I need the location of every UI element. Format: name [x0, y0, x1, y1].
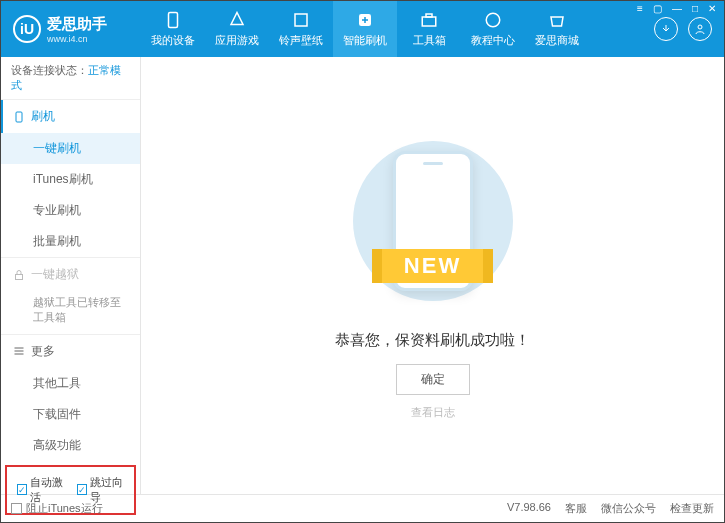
section-flash-header[interactable]: 刷机: [1, 100, 140, 133]
tab-label: 爱思商城: [535, 33, 579, 48]
section-jailbreak: 一键越狱 越狱工具已转移至工具箱: [1, 258, 140, 335]
tab-label: 应用游戏: [215, 33, 259, 48]
checkbox-icon: [11, 503, 22, 514]
tab-wallpaper[interactable]: 铃声壁纸: [269, 1, 333, 57]
logo-icon: iU: [13, 15, 41, 43]
tutorial-icon: [484, 11, 502, 29]
tab-tutorial[interactable]: 教程中心: [461, 1, 525, 57]
ok-button[interactable]: 确定: [396, 364, 470, 395]
toolbox-icon: [420, 11, 438, 29]
tab-label: 智能刷机: [343, 33, 387, 48]
tab-my-device[interactable]: 我的设备: [141, 1, 205, 57]
minimize-icon[interactable]: —: [668, 3, 686, 14]
svg-rect-7: [16, 112, 22, 122]
phone-icon: [164, 11, 182, 29]
tab-flash[interactable]: 智能刷机: [333, 1, 397, 57]
section-title: 更多: [31, 343, 55, 360]
update-link[interactable]: 检查更新: [670, 501, 714, 516]
tab-shop[interactable]: 爱思商城: [525, 1, 589, 57]
checkbox-icon: ✓: [17, 484, 27, 495]
sidebar-item-itunes[interactable]: iTunes刷机: [1, 164, 140, 195]
maximize-icon[interactable]: □: [688, 3, 702, 14]
sidebar-item-other[interactable]: 其他工具: [1, 368, 140, 399]
download-button[interactable]: [654, 17, 678, 41]
close-icon[interactable]: ✕: [704, 3, 720, 14]
svg-point-5: [486, 13, 500, 27]
device-info: iPhone 12 mini 64GB Down-12mini-13,1: [1, 519, 140, 523]
block-itunes-checkbox[interactable]: 阻止iTunes运行: [11, 501, 103, 516]
view-log-link[interactable]: 查看日志: [411, 405, 455, 420]
section-more-header[interactable]: 更多: [1, 335, 140, 368]
svg-rect-4: [426, 14, 432, 17]
svg-rect-0: [169, 12, 178, 27]
svg-point-6: [698, 25, 702, 29]
user-button[interactable]: [688, 17, 712, 41]
phone-icon: [13, 111, 25, 123]
sidebar-item-advanced[interactable]: 高级功能: [1, 430, 140, 461]
apps-icon: [228, 11, 246, 29]
tab-apps[interactable]: 应用游戏: [205, 1, 269, 57]
checkbox-label: 阻止iTunes运行: [26, 501, 103, 516]
svg-rect-8: [16, 274, 23, 279]
svg-rect-1: [295, 14, 307, 26]
svg-rect-3: [422, 17, 436, 26]
sidebar: 设备连接状态：正常模式 刷机 一键刷机 iTunes刷机 专业刷机 批量刷机 一…: [1, 57, 141, 494]
sidebar-item-pro[interactable]: 专业刷机: [1, 195, 140, 226]
footer-right: V7.98.66 客服 微信公众号 检查更新: [507, 501, 714, 516]
body-area: 设备连接状态：正常模式 刷机 一键刷机 iTunes刷机 专业刷机 批量刷机 一…: [1, 57, 724, 494]
connection-status: 设备连接状态：正常模式: [1, 57, 140, 100]
support-link[interactable]: 客服: [565, 501, 587, 516]
main-content: NEW 恭喜您，保资料刷机成功啦！ 确定 查看日志: [141, 57, 724, 494]
skin-icon[interactable]: ▢: [649, 3, 666, 14]
window-controls: ≡ ▢ — □ ✕: [633, 3, 720, 14]
section-flash: 刷机 一键刷机 iTunes刷机 专业刷机 批量刷机: [1, 100, 140, 258]
tab-label: 工具箱: [413, 33, 446, 48]
nav-tabs: 我的设备 应用游戏 铃声壁纸 智能刷机 工具箱 教程中心 爱思商城: [141, 1, 654, 57]
version-label: V7.98.66: [507, 501, 551, 516]
user-icon: [694, 23, 706, 35]
tab-label: 教程中心: [471, 33, 515, 48]
status-label: 设备连接状态：: [11, 64, 88, 76]
tab-toolbox[interactable]: 工具箱: [397, 1, 461, 57]
section-jailbreak-header: 一键越狱: [1, 258, 140, 291]
flash-icon: [356, 11, 374, 29]
header-right: [654, 17, 724, 41]
logo-area: iU 爱思助手 www.i4.cn: [1, 15, 141, 44]
shop-icon: [548, 11, 566, 29]
app-url: www.i4.cn: [47, 34, 107, 44]
sidebar-item-firmware[interactable]: 下载固件: [1, 399, 140, 430]
wechat-link[interactable]: 微信公众号: [601, 501, 656, 516]
tab-label: 铃声壁纸: [279, 33, 323, 48]
menu-icon[interactable]: ≡: [633, 3, 647, 14]
success-message: 恭喜您，保资料刷机成功啦！: [335, 331, 530, 350]
wallpaper-icon: [292, 11, 310, 29]
section-title: 刷机: [31, 108, 55, 125]
section-title: 一键越狱: [31, 266, 79, 283]
new-banner: NEW: [372, 249, 493, 283]
tab-label: 我的设备: [151, 33, 195, 48]
sidebar-item-batch[interactable]: 批量刷机: [1, 226, 140, 257]
success-illustration: NEW: [333, 131, 533, 311]
app-header: ≡ ▢ — □ ✕ iU 爱思助手 www.i4.cn 我的设备 应用游戏 铃声…: [1, 1, 724, 57]
jailbreak-note: 越狱工具已转移至工具箱: [1, 291, 140, 334]
app-title: 爱思助手: [47, 15, 107, 34]
sidebar-item-oneclick[interactable]: 一键刷机: [1, 133, 140, 164]
more-icon: [13, 345, 25, 357]
download-icon: [660, 23, 672, 35]
lock-icon: [13, 269, 25, 281]
checkbox-icon: ✓: [77, 484, 87, 495]
section-more: 更多 其他工具 下载固件 高级功能: [1, 335, 140, 461]
